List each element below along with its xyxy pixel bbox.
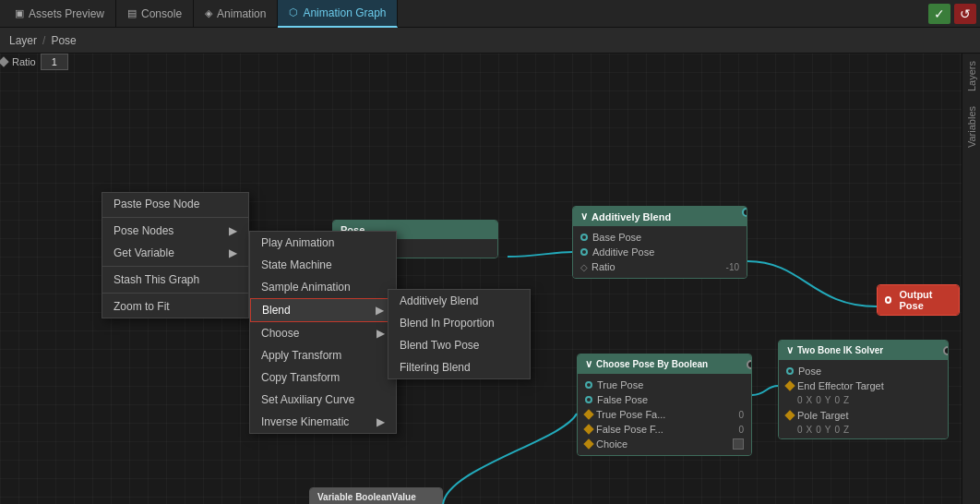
choose-arrow-icon: ▶ (376, 327, 385, 340)
output-pose-header: Output Pose (878, 285, 959, 315)
refresh-button[interactable]: ↺ (954, 4, 976, 24)
menu-choose[interactable]: Choose ▶ (250, 322, 396, 344)
tab-actions: ✓ ↺ (928, 4, 976, 24)
arrow-icon: ▶ (229, 224, 237, 237)
additively-blend-header: ∨ Additively Blend (573, 207, 747, 226)
blend-arrow-icon: ▶ (376, 304, 384, 317)
menu-play-animation[interactable]: Play Animation (250, 232, 396, 254)
context-menu: Paste Pose Node Pose Nodes ▶ Get Variabl… (102, 192, 249, 318)
tab-animation-graph[interactable]: ⬡ Animation Graph (278, 0, 398, 28)
node-output-pose: Output Pose (877, 284, 960, 316)
menu-filtering-blend[interactable]: Filtering Blend (388, 356, 530, 378)
arrow-icon2: ▶ (229, 246, 237, 259)
menu-sep1 (102, 217, 248, 218)
menu-set-auxiliary-curve[interactable]: Set Auxiliary Curve (250, 389, 396, 411)
menu-sep3 (102, 293, 248, 294)
right-sidebar: Layers Variables (962, 54, 980, 504)
port-base-pose (580, 234, 588, 241)
end-effector-xyz: 0 X 0 Y 0 Z (786, 395, 940, 405)
ratio-display: -10 (726, 262, 739, 272)
animation-graph-icon: ⬡ (289, 6, 298, 18)
node-choose-pose: ∨ Choose Pose By Boolean True Pose False… (577, 354, 752, 456)
ratio-diamond (0, 56, 9, 66)
choice-checkbox[interactable] (733, 438, 744, 450)
console-icon: ▤ (127, 7, 137, 19)
sidebar-tab-variables[interactable]: Variables (963, 99, 980, 155)
menu-inverse-kinematic[interactable]: Inverse Kinematic ▶ (250, 411, 396, 433)
menu-copy-transform[interactable]: Copy Transform (250, 366, 396, 389)
choose-pose-body: True Pose False Pose True Pose Fa... 0 F… (578, 374, 751, 455)
animation-icon: ◈ (205, 7, 212, 19)
right-connector (742, 208, 747, 217)
menu-paste-pose-node[interactable]: Paste Pose Node (102, 193, 248, 215)
tab-animation[interactable]: ◈ Animation (194, 0, 278, 28)
two-bone-body: Pose End Effector Target 0 X 0 Y 0 Z Pol… (779, 360, 948, 438)
pole-target-xyz: 0 X 0 Y 0 Z (786, 425, 940, 435)
two-bone-header: ∨ Two Bone IK Solver (779, 341, 948, 360)
breadcrumb-sep: / (42, 34, 45, 47)
chevron-icon2: ∨ (585, 358, 592, 370)
menu-additively-blend[interactable]: Additively Blend (388, 290, 530, 312)
submenu-pose-nodes: Play Animation State Machine Sample Anim… (249, 231, 397, 434)
chevron-icon: ∨ (580, 210, 588, 222)
ratio-value[interactable]: 1 (41, 54, 68, 70)
menu-blend[interactable]: Blend ▶ (250, 298, 396, 322)
additively-blend-body: Base Pose Additive Pose ◇ Ratio -10 (573, 226, 747, 278)
menu-stash-graph[interactable]: Stash This Graph (102, 269, 248, 291)
menu-pose-nodes[interactable]: Pose Nodes ▶ (102, 220, 248, 242)
menu-get-variable[interactable]: Get Variable ▶ (102, 242, 248, 264)
breadcrumb-pose[interactable]: Pose (51, 34, 76, 47)
assets-icon: ▣ (15, 7, 24, 19)
menu-zoom-to-fit[interactable]: Zoom to Fit (102, 295, 248, 318)
confirm-button[interactable]: ✓ (928, 4, 950, 24)
tab-console[interactable]: ▤ Console (116, 0, 194, 28)
menu-sample-animation[interactable]: Sample Animation (250, 276, 396, 298)
ratio-node: Ratio 1 (0, 54, 962, 70)
menu-sep2 (102, 266, 248, 267)
menu-state-machine[interactable]: State Machine (250, 254, 396, 276)
menu-blend-in-proportion[interactable]: Blend In Proportion (388, 312, 530, 334)
right-conn2 (747, 360, 752, 369)
ratio-label: Ratio (12, 56, 36, 67)
chevron-icon3: ∨ (786, 344, 794, 356)
node-two-bone-ik: ∨ Two Bone IK Solver Pose End Effector T… (778, 340, 949, 439)
right-conn3 (943, 346, 949, 355)
variable-boolean-header: Variable BooleanValue (310, 488, 442, 504)
canvas-area[interactable]: Pose Ratio 1 Variable BooleanValue ◇ (0, 54, 962, 504)
tab-assets-preview[interactable]: ▣ Assets Preview (4, 0, 116, 28)
breadcrumb-layer[interactable]: Layer (9, 34, 37, 47)
menu-apply-transform[interactable]: Apply Transform (250, 344, 396, 366)
choose-pose-header: ∨ Choose Pose By Boolean (578, 354, 751, 374)
submenu-blend: Additively Blend Blend In Proportion Ble… (388, 289, 531, 379)
node-additively-blend: ∨ Additively Blend Base Pose Additive Po… (572, 206, 747, 279)
breadcrumb: Layer / Pose (0, 28, 980, 54)
sidebar-tab-layers[interactable]: Layers (963, 54, 980, 99)
menu-blend-two-pose[interactable]: Blend Two Pose (388, 334, 530, 356)
ik-arrow-icon: ▶ (376, 415, 385, 428)
node-variable-boolean: Variable BooleanValue ◇ (309, 487, 443, 504)
tab-bar: ▣ Assets Preview ▤ Console ◈ Animation ⬡… (0, 0, 980, 28)
port-additive-pose (580, 248, 588, 256)
